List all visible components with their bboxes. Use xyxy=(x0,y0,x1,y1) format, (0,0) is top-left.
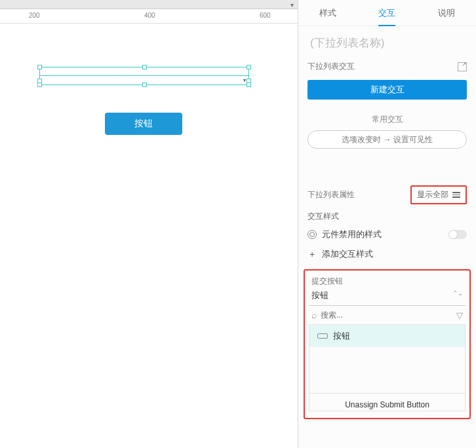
dropdown-caret-icon[interactable]: ▾ xyxy=(290,1,294,9)
submit-label: 提交按钮 xyxy=(309,274,466,288)
resize-handle[interactable] xyxy=(37,83,42,87)
tab-style[interactable]: 样式 xyxy=(298,7,357,19)
show-all-button[interactable]: 显示全部 xyxy=(410,185,467,204)
plus-icon: + xyxy=(307,249,317,259)
canvas-topbar: ▾ xyxy=(0,0,298,9)
common-ix-label: 常用交互 xyxy=(307,114,467,125)
attrs-section-label: 下拉列表属性 xyxy=(307,189,355,200)
ix-style-label: 交互样式 xyxy=(298,208,476,225)
resize-handle[interactable] xyxy=(142,65,147,69)
caret-updown-icon: ⌃⌄ xyxy=(452,289,463,297)
add-style-label: 添加交互样式 xyxy=(322,248,373,260)
canvas-area: ▾ 200 400 600 ▾ xyxy=(0,0,298,448)
resize-handle[interactable] xyxy=(247,65,251,69)
resize-handle[interactable] xyxy=(247,79,251,83)
submit-option[interactable]: 按钮 xyxy=(309,325,465,347)
show-all-label: 显示全部 xyxy=(417,189,448,200)
hamburger-icon xyxy=(452,192,460,198)
disabled-style-label: 元件禁用的样式 xyxy=(322,229,382,240)
inspector-panel: 样式 交互 说明 (下拉列表名称) 下拉列表交互 新建交互 常用交互 选项改变时… xyxy=(298,0,476,448)
resize-handle[interactable] xyxy=(142,83,147,87)
preset-label: 选项改变时 → 设置可见性 xyxy=(342,134,433,145)
button-label: 按钮 xyxy=(134,118,153,130)
tab-notes[interactable]: 说明 xyxy=(417,7,476,19)
ruler-tick: 400 xyxy=(144,12,155,19)
tab-interactions[interactable]: 交互 xyxy=(357,7,416,19)
toggle-switch[interactable] xyxy=(448,230,467,239)
target-icon xyxy=(307,230,317,239)
submit-options-list: 按钮 Unassign Submit Button xyxy=(309,325,466,411)
search-icon: ⌕ xyxy=(311,310,317,320)
preset-interaction[interactable]: 选项改变时 → 设置可见性 xyxy=(307,130,467,149)
external-icon[interactable] xyxy=(458,62,467,71)
option-label: 按钮 xyxy=(333,330,350,342)
resize-handle[interactable] xyxy=(247,83,251,87)
ruler-tick: 200 xyxy=(29,12,40,19)
filter-icon[interactable]: ▽ xyxy=(456,310,463,320)
resize-handle[interactable] xyxy=(37,65,42,69)
disabled-style-row[interactable]: 元件禁用的样式 xyxy=(298,225,476,244)
dropdown-widget[interactable]: ▾ xyxy=(39,67,249,85)
ruler-horizontal: 200 400 600 xyxy=(0,9,298,24)
submit-button-panel: 提交按钮 按钮 ⌃⌄ ⌕ ▽ 按钮 Unassign Submit Button xyxy=(304,269,471,419)
ix-section-label: 下拉列表交互 xyxy=(307,61,355,72)
new-interaction-button[interactable]: 新建交互 xyxy=(307,80,467,100)
unassign-button[interactable]: Unassign Submit Button xyxy=(309,393,465,411)
submit-current-value[interactable]: 按钮 ⌃⌄ xyxy=(309,288,466,306)
widget-name-input[interactable]: (下拉列表名称) xyxy=(298,26,476,57)
canvas-button-widget[interactable]: 按钮 xyxy=(105,113,182,135)
ruler-tick: 600 xyxy=(260,12,271,19)
canvas[interactable]: ▾ 按钮 xyxy=(0,24,298,448)
inspector-tabs: 样式 交互 说明 xyxy=(298,0,476,26)
search-input[interactable] xyxy=(321,310,452,320)
button-widget-icon xyxy=(317,333,328,339)
add-style-row[interactable]: + 添加交互样式 xyxy=(298,244,476,264)
chevron-down-icon: ▾ xyxy=(243,77,246,83)
